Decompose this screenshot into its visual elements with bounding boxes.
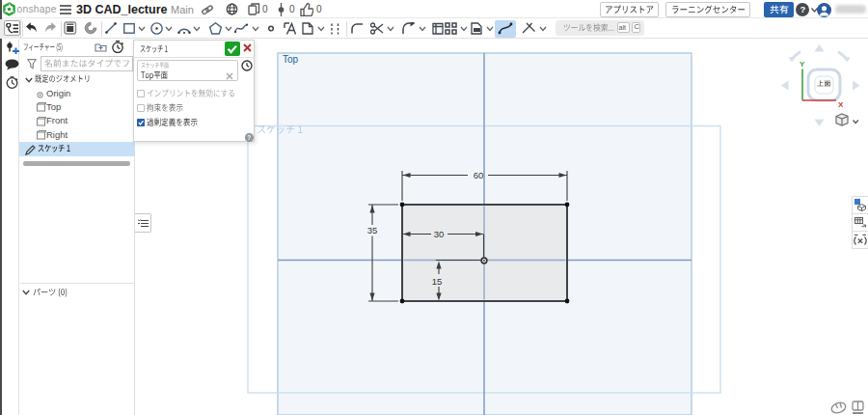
svg-text:30: 30 xyxy=(434,229,445,239)
svg-text:35: 35 xyxy=(367,225,378,235)
svg-text:X: X xyxy=(838,100,844,109)
svg-text:15: 15 xyxy=(432,276,443,287)
svg-text:Top: Top xyxy=(283,54,299,65)
svg-text:Y: Y xyxy=(800,60,805,69)
svg-text:60: 60 xyxy=(474,170,484,180)
